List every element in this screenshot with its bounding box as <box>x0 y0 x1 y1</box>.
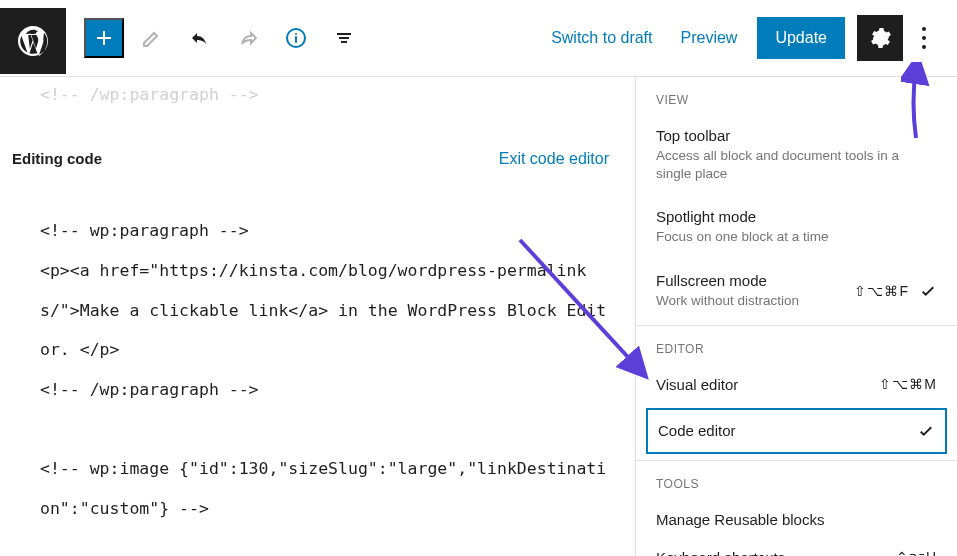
menu-title: Fullscreen mode <box>656 272 799 289</box>
undo-icon <box>188 26 212 50</box>
menu-title: Top toolbar <box>656 127 937 144</box>
code-content[interactable]: <!-- wp:paragraph --> <p><a href="https:… <box>12 132 615 528</box>
wordpress-logo[interactable] <box>0 8 66 74</box>
info-button[interactable] <box>276 18 316 58</box>
manage-reusable-blocks-option[interactable]: Manage Reusable blocks <box>636 501 957 539</box>
view-section-label: VIEW <box>636 77 957 117</box>
outline-button[interactable] <box>324 18 364 58</box>
menu-title: Visual editor <box>656 376 738 393</box>
shortcut-label: ⇧⌥⌘F <box>854 283 909 299</box>
preview-button[interactable]: Preview <box>667 21 752 55</box>
add-block-button[interactable] <box>84 18 124 58</box>
plus-icon <box>92 26 116 50</box>
update-button[interactable]: Update <box>757 17 845 59</box>
main-area: link. </p> <!-- /wp:paragraph --> Editin… <box>0 77 957 556</box>
wordpress-icon <box>15 23 51 59</box>
settings-button[interactable] <box>857 15 903 61</box>
svg-point-6 <box>922 27 926 31</box>
gear-icon <box>868 26 892 50</box>
top-toolbar-option[interactable]: Top toolbar Access all block and documen… <box>636 117 957 198</box>
code-editor-pane: link. </p> <!-- /wp:paragraph --> Editin… <box>0 77 635 556</box>
menu-subtitle: Focus on one block at a time <box>656 228 937 246</box>
fullscreen-mode-option[interactable]: Fullscreen mode Work without distraction… <box>636 262 957 325</box>
menu-title: Code editor <box>658 422 736 439</box>
check-icon <box>917 422 935 440</box>
menu-title: Spotlight mode <box>656 208 937 225</box>
options-panel: VIEW Top toolbar Access all block and do… <box>635 77 957 556</box>
menu-subtitle: Work without distraction <box>656 292 799 310</box>
info-icon <box>284 26 308 50</box>
top-toolbar: Switch to draft Preview Update <box>0 0 957 77</box>
kebab-icon <box>922 27 926 49</box>
tools-section-label: TOOLS <box>636 461 957 501</box>
keyboard-shortcuts-option[interactable]: Keyboard shortcuts ⌃⌥H <box>636 539 957 556</box>
pencil-icon <box>140 26 164 50</box>
check-icon <box>919 282 937 300</box>
visual-editor-option[interactable]: Visual editor ⇧⌥⌘M <box>636 366 957 404</box>
shortcut-label: ⇧⌥⌘M <box>879 376 937 392</box>
toolbar-left-group <box>84 18 364 58</box>
svg-point-8 <box>922 45 926 49</box>
edit-mode-button[interactable] <box>132 18 172 58</box>
switch-to-draft-button[interactable]: Switch to draft <box>537 21 666 55</box>
code-editor-option[interactable]: Code editor <box>646 408 947 454</box>
menu-subtitle: Access all block and document tools in a… <box>656 147 937 183</box>
code-content-faded: link. </p> <!-- /wp:paragraph --> <box>12 77 615 114</box>
editor-header: Editing code Exit code editor <box>12 114 615 174</box>
svg-point-7 <box>922 36 926 40</box>
shortcut-label: ⌃⌥H <box>896 549 937 556</box>
spotlight-mode-option[interactable]: Spotlight mode Focus on one block at a t… <box>636 198 957 261</box>
editor-section-label: EDITOR <box>636 326 957 366</box>
menu-title: Manage Reusable blocks <box>656 511 937 528</box>
menu-title: Keyboard shortcuts <box>656 549 785 556</box>
editing-code-label: Editing code <box>12 150 102 167</box>
exit-code-editor-link[interactable]: Exit code editor <box>499 150 609 168</box>
redo-icon <box>236 26 260 50</box>
list-icon <box>332 26 356 50</box>
undo-button[interactable] <box>180 18 220 58</box>
more-options-button[interactable] <box>907 15 941 61</box>
redo-button[interactable] <box>228 18 268 58</box>
